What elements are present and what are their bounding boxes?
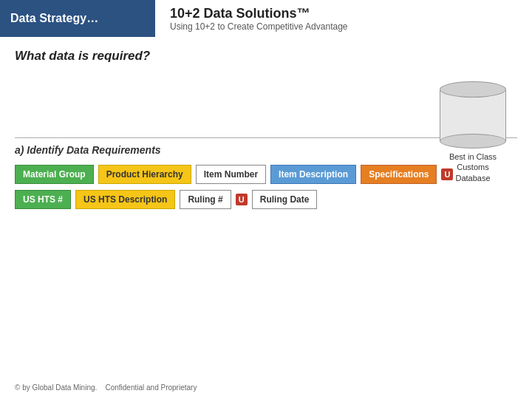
footer: © by Global Data Mining. Confidential an… <box>15 383 197 392</box>
badge-item-number: Item Number <box>196 165 266 184</box>
badge-ruling-number: Ruling # <box>180 190 231 209</box>
database-area: Best in Class Customs Database <box>436 81 510 183</box>
header-left: Data Strategy… <box>0 0 155 37</box>
cylinder-top <box>440 81 506 98</box>
badge-us-hts: US HTS # <box>15 190 71 209</box>
badge-us-hts-desc: US HTS Description <box>75 190 175 209</box>
header-right: 10+2 Data Solutions™ Using 10+2 to Creat… <box>155 0 532 37</box>
badge-product-hierarchy: Product Hierarchy <box>98 165 191 184</box>
database-cylinder <box>436 81 510 149</box>
app-subtitle: Using 10+2 to Create Competitive Advanta… <box>170 21 532 32</box>
footer-copyright: © by Global Data Mining. <box>15 383 97 392</box>
u-badge-row2: U <box>236 194 248 205</box>
badge-material-group: Material Group <box>15 165 94 184</box>
badge-specifications: Specifications <box>361 165 437 184</box>
badge-ruling-date: Ruling Date <box>252 190 318 209</box>
cylinder-bottom <box>440 134 506 149</box>
footer-rights: Confidential and Proprietary <box>105 383 197 392</box>
page-subtitle: What data is required? <box>15 49 517 64</box>
badges-row-2: US HTS # US HTS Description Ruling # U R… <box>15 190 517 209</box>
header: Data Strategy… 10+2 Data Solutions™ Usin… <box>0 0 532 37</box>
cylinder-label: Best in Class Customs Database <box>436 151 510 183</box>
main-content: What data is required? Best in Class Cus… <box>0 37 532 227</box>
header-left-label: Data Strategy… <box>10 12 98 25</box>
app-title: 10+2 Data Solutions™ <box>170 6 532 21</box>
badge-item-description: Item Description <box>270 165 356 184</box>
